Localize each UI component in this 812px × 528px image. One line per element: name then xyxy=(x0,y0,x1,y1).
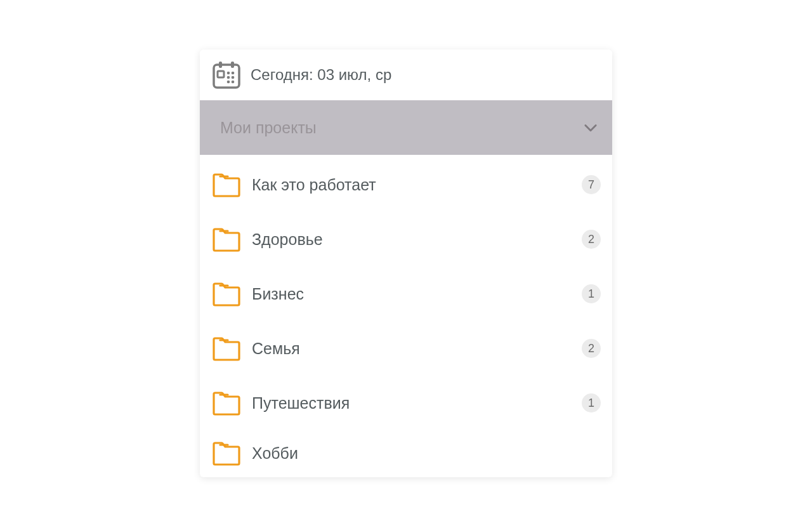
projects-section-title: Мои проекты xyxy=(220,119,317,137)
svg-point-4 xyxy=(227,72,230,75)
project-label: Как это работает xyxy=(252,176,582,194)
svg-rect-3 xyxy=(218,71,224,77)
today-label: Сегодня: 03 июл, ср xyxy=(251,66,391,84)
svg-point-9 xyxy=(232,81,235,84)
project-item[interactable]: Здоровье 2 xyxy=(200,212,612,267)
svg-point-6 xyxy=(227,76,230,79)
calendar-icon xyxy=(211,60,242,90)
svg-point-8 xyxy=(227,81,230,84)
svg-point-5 xyxy=(232,72,235,75)
svg-rect-1 xyxy=(219,62,222,68)
folder-icon xyxy=(211,389,242,417)
project-label: Бизнес xyxy=(252,285,582,303)
svg-point-7 xyxy=(232,76,235,79)
folder-icon xyxy=(211,280,242,308)
folder-icon xyxy=(211,439,242,467)
sidebar-panel: Сегодня: 03 июл, ср Мои проекты Как это … xyxy=(200,50,612,477)
folder-icon xyxy=(211,225,242,253)
svg-rect-2 xyxy=(231,62,234,68)
project-label: Семья xyxy=(252,340,582,358)
folder-icon xyxy=(211,171,242,199)
count-badge: 7 xyxy=(582,175,601,194)
today-row[interactable]: Сегодня: 03 июл, ср xyxy=(200,50,612,100)
count-badge: 1 xyxy=(582,284,601,303)
project-item[interactable]: Семья 2 xyxy=(200,321,612,376)
chevron-down-icon xyxy=(582,119,599,136)
count-badge: 2 xyxy=(582,230,601,249)
project-item[interactable]: Путешествия 1 xyxy=(200,376,612,430)
project-item[interactable]: Хобби xyxy=(200,430,612,476)
project-item[interactable]: Как это работает 7 xyxy=(200,157,612,212)
count-badge: 2 xyxy=(582,339,601,358)
folder-icon xyxy=(211,334,242,362)
project-label: Хобби xyxy=(252,444,601,463)
projects-section-header[interactable]: Мои проекты xyxy=(200,100,612,155)
project-item[interactable]: Бизнес 1 xyxy=(200,267,612,321)
count-badge: 1 xyxy=(582,393,601,412)
projects-list: Как это работает 7 Здоровье 2 Бизнес 1 xyxy=(200,155,612,477)
project-label: Здоровье xyxy=(252,230,582,249)
project-label: Путешествия xyxy=(252,394,582,412)
